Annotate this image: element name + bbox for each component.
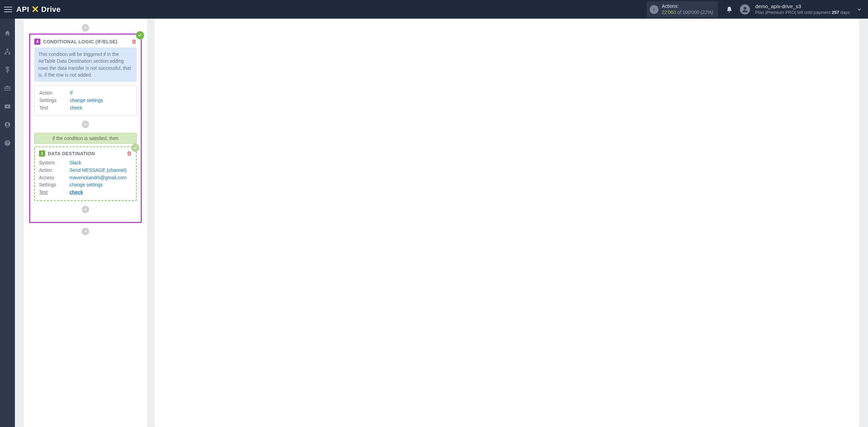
actions-text: Actions: 22'060 of 100'000 (22%) bbox=[662, 3, 713, 15]
workflow-panel: 4 CONDITIONAL LOGIC (IF/ELSE) This condi… bbox=[24, 19, 147, 427]
chevron-down-icon[interactable] bbox=[856, 7, 862, 12]
check-circle-icon bbox=[131, 144, 139, 152]
svg-rect-4 bbox=[7, 49, 8, 50]
add-step-button[interactable] bbox=[82, 24, 89, 32]
action-value[interactable]: Send MESSAGE (channel) bbox=[70, 167, 126, 174]
check-link[interactable]: check bbox=[70, 189, 83, 196]
svg-rect-6 bbox=[8, 53, 10, 54]
sidenav bbox=[0, 19, 15, 427]
add-step-button[interactable] bbox=[82, 206, 89, 213]
add-step-button[interactable] bbox=[82, 121, 89, 128]
info-icon bbox=[650, 5, 658, 14]
logo-x bbox=[29, 5, 41, 14]
destination-details: SystemSlack ActionSend MESSAGE (channel)… bbox=[39, 159, 132, 196]
change-settings-link[interactable]: change settings bbox=[70, 181, 103, 189]
trash-icon[interactable] bbox=[131, 39, 137, 44]
card-title: CONDITIONAL LOGIC (IF/ELSE) bbox=[43, 39, 129, 44]
condition-satisfied-banner: if the condition is satisfied, then bbox=[34, 133, 137, 144]
svg-rect-5 bbox=[5, 53, 6, 54]
username: demo_apix-drive_s3 bbox=[755, 3, 850, 10]
brand-logo[interactable]: API Drive bbox=[16, 5, 61, 14]
avatar-icon[interactable] bbox=[740, 4, 750, 15]
briefcase-icon[interactable] bbox=[2, 83, 13, 93]
conditional-logic-card[interactable]: 4 CONDITIONAL LOGIC (IF/ELSE) This condi… bbox=[29, 34, 142, 223]
action-value[interactable]: If bbox=[70, 89, 73, 97]
svg-point-3 bbox=[744, 7, 746, 9]
sitemap-icon[interactable] bbox=[2, 46, 13, 57]
logo-drive: Drive bbox=[41, 5, 61, 14]
menu-toggle-icon[interactable] bbox=[4, 5, 12, 14]
check-link[interactable]: check bbox=[70, 104, 82, 112]
youtube-icon[interactable] bbox=[2, 101, 13, 111]
step-number: 4 bbox=[34, 39, 40, 45]
add-step-button[interactable] bbox=[82, 228, 89, 235]
logo-api: API bbox=[16, 5, 29, 14]
user-info[interactable]: demo_apix-drive_s3 Plan |Premium PRO| le… bbox=[755, 3, 850, 15]
actions-indicator[interactable]: Actions: 22'060 of 100'000 (22%) bbox=[647, 1, 718, 17]
user-icon[interactable] bbox=[2, 120, 13, 130]
data-destination-card[interactable]: 1 DATA DESTINATION SystemSlack ActionSen… bbox=[34, 146, 137, 201]
svg-rect-1 bbox=[654, 9, 654, 11]
change-settings-link[interactable]: change settings bbox=[70, 97, 103, 104]
home-icon[interactable] bbox=[2, 28, 13, 38]
dollar-icon[interactable] bbox=[2, 65, 13, 75]
system-value[interactable]: Slack bbox=[70, 159, 81, 167]
svg-point-2 bbox=[654, 8, 654, 8]
svg-point-11 bbox=[7, 144, 8, 145]
bell-icon[interactable] bbox=[724, 4, 734, 15]
svg-point-9 bbox=[6, 123, 8, 125]
trash-icon[interactable] bbox=[126, 151, 132, 156]
condition-details: ActionIf Settingschange settings Testche… bbox=[34, 85, 137, 116]
help-icon[interactable] bbox=[2, 138, 13, 148]
card-title: DATA DESTINATION bbox=[48, 151, 124, 156]
detail-panel bbox=[155, 19, 859, 427]
check-circle-icon bbox=[136, 31, 144, 39]
topbar: API Drive Actions: 22'060 of 100'000 (22… bbox=[0, 0, 868, 19]
access-value[interactable]: maverickandrii@gmail.com bbox=[70, 174, 126, 182]
step-number: 1 bbox=[39, 150, 45, 157]
plan-line: Plan |Premium PRO| left until payment 25… bbox=[755, 10, 850, 15]
condition-description: This condition will be triggered if in t… bbox=[34, 47, 137, 82]
